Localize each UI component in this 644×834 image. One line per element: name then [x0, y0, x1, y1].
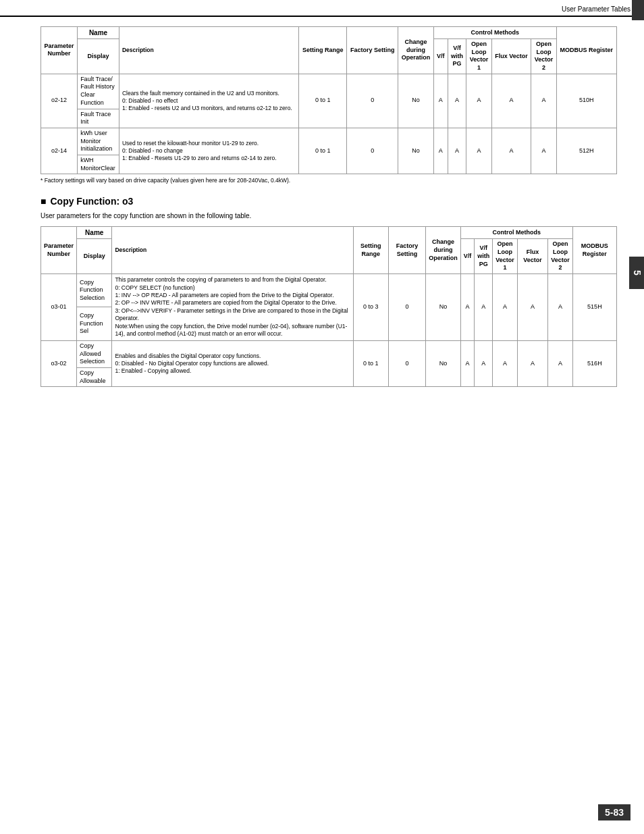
vf-o2-14: A — [433, 128, 448, 174]
col2-factory-setting: Factory Setting — [388, 227, 425, 274]
name-top-o2-12: Fault Trace/Fault HistoryClearFunction — [78, 74, 119, 109]
factory-o3-01: 0 — [388, 274, 425, 341]
flux-o3-02: A — [517, 340, 547, 386]
col-setting-range: Setting Range — [299, 27, 347, 74]
col2-vf: V/f — [460, 239, 475, 274]
col2-description: Description — [112, 227, 353, 274]
param-o3-02: o3-02 — [41, 340, 77, 386]
col-control-methods: Control Methods — [433, 27, 556, 39]
chapter-tab: 5 — [629, 257, 644, 289]
name-bottom-o2-12: Fault TraceInit — [78, 109, 119, 128]
ol1-o2-14: A — [466, 128, 491, 174]
ol2-o2-12: A — [531, 74, 556, 128]
param-o3-01: o3-01 — [41, 274, 77, 341]
change-o3-01: No — [426, 274, 461, 341]
name-top-o3-02: CopyAllowedSelection — [77, 340, 112, 367]
factory-o2-12: 0 — [347, 74, 398, 128]
col2-flux: Flux Vector — [517, 239, 547, 274]
col2-vf-pg: V/fwithPG — [475, 239, 493, 274]
change-o2-12: No — [398, 74, 434, 128]
ol2-o3-02: A — [548, 340, 573, 386]
vfpg-o3-01: A — [475, 274, 493, 341]
col2-modbus: MODBUS Register — [572, 227, 616, 274]
page-header: User Parameter Tables — [0, 0, 644, 17]
vfpg-o2-14: A — [448, 128, 466, 174]
modbus-o2-12: 510H — [556, 74, 616, 128]
change-o3-02: No — [426, 340, 461, 386]
section-subtext: User parameters for the copy function ar… — [41, 212, 617, 219]
range-o3-01: 0 to 3 — [353, 274, 388, 341]
vfpg-o3-02: A — [475, 340, 493, 386]
name-bottom-o3-02: CopyAllowable — [77, 367, 112, 386]
factory-o2-14: 0 — [347, 128, 398, 174]
ol1-o3-01: A — [493, 274, 518, 341]
col-open-loop-2: OpenLoopVector2 — [531, 39, 556, 74]
col2-param-number: ParameterNumber — [41, 227, 77, 274]
col2-name: Name — [77, 227, 112, 239]
col2-change-during: ChangeduringOperation — [426, 227, 461, 274]
col-name: Name — [78, 27, 119, 39]
col2-open-loop-1: OpenLoopVector1 — [493, 239, 518, 274]
col2-display: Display — [77, 239, 112, 274]
table1-header-row1: ParameterNumber Name Description Setting… — [41, 27, 617, 39]
header-title: User Parameter Tables — [562, 5, 630, 13]
ol1-o3-02: A — [493, 340, 518, 386]
param-o2-12: o2-12 — [41, 74, 78, 128]
col-display: Display — [78, 39, 119, 74]
col-vf-pg: V/fwithPG — [448, 39, 466, 74]
col-change-during: ChangeduringOperation — [398, 27, 434, 74]
footnote: * Factory settings will vary based on dr… — [41, 177, 617, 184]
desc-o2-14: Used to reset the kilowatt-hour monitor … — [119, 128, 298, 174]
flux-o2-12: A — [491, 74, 531, 128]
desc-o3-01: This parameter controls the copying of p… — [112, 274, 353, 341]
table-1: ParameterNumber Name Description Setting… — [41, 26, 617, 174]
page-number-area: 5-83 — [598, 804, 630, 820]
col-description: Description — [119, 27, 298, 74]
vf-o3-01: A — [460, 274, 475, 341]
modbus-o2-14: 512H — [556, 128, 616, 174]
flux-o2-14: A — [491, 128, 531, 174]
change-o2-14: No — [398, 128, 434, 174]
col2-control-methods: Control Methods — [460, 227, 572, 239]
name-bottom-o3-01: CopyFunction Sel — [77, 307, 112, 340]
col-modbus: MODBUS Register — [556, 27, 616, 74]
col-vf: V/f — [433, 39, 448, 74]
modbus-o3-02: 516H — [572, 340, 616, 386]
name-top-o3-01: CopyFunctionSelection — [77, 274, 112, 307]
col-flux: Flux Vector — [491, 39, 531, 74]
desc-o3-02: Enables and disables the Digital Operato… — [112, 340, 353, 386]
ol1-o2-12: A — [466, 74, 491, 128]
name-top-o2-14: kWh UserMonitorInitialization — [78, 128, 119, 155]
vf-o2-12: A — [433, 74, 448, 128]
table-row: o3-02 CopyAllowedSelection Enables and d… — [41, 340, 617, 367]
col-open-loop-1: OpenLoopVector1 — [466, 39, 491, 74]
ol2-o3-01: A — [548, 274, 573, 341]
vfpg-o2-12: A — [448, 74, 466, 128]
table2-header-row1: ParameterNumber Name Description Setting… — [41, 227, 617, 239]
range-o2-12: 0 to 1 — [299, 74, 347, 128]
col2-setting-range: Setting Range — [353, 227, 388, 274]
ol2-o2-14: A — [531, 128, 556, 174]
param-o2-14: o2-14 — [41, 128, 78, 174]
table-row: o2-14 kWh UserMonitorInitialization Used… — [41, 128, 617, 155]
page-number: 5-83 — [598, 804, 630, 820]
desc-o2-12: Clears the fault memory contained in the… — [119, 74, 298, 128]
factory-o3-02: 0 — [388, 340, 425, 386]
col-param-number: ParameterNumber — [41, 27, 78, 74]
table-row: o2-12 Fault Trace/Fault HistoryClearFunc… — [41, 74, 617, 109]
header-black-bar — [632, 0, 644, 20]
table-row: o3-01 CopyFunctionSelection This paramet… — [41, 274, 617, 307]
col-factory-setting: Factory Setting — [347, 27, 398, 74]
range-o2-14: 0 to 1 — [299, 128, 347, 174]
flux-o3-01: A — [517, 274, 547, 341]
range-o3-02: 0 to 1 — [353, 340, 388, 386]
section-heading-o3: Copy Function: o3 — [41, 196, 617, 207]
table-2: ParameterNumber Name Description Setting… — [41, 226, 617, 387]
col2-open-loop-2: OpenLoopVector2 — [548, 239, 573, 274]
name-bottom-o2-14: kWHMonitorClear — [78, 155, 119, 174]
content-area: ParameterNumber Name Description Setting… — [0, 20, 644, 400]
vf-o3-02: A — [460, 340, 475, 386]
modbus-o3-01: 515H — [572, 274, 616, 341]
